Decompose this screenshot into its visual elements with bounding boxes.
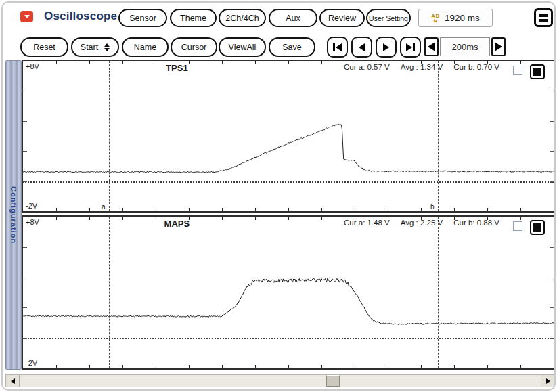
time-tick: [255, 208, 256, 211]
cursor-b-label: b: [430, 203, 435, 211]
skip-to-start-button[interactable]: [327, 37, 348, 58]
cursor-a-line[interactable]: [109, 61, 110, 211]
user-setting-button[interactable]: User Setting: [366, 9, 411, 27]
waveform-tps1: [23, 61, 554, 211]
right-triangle-icon: [383, 43, 389, 51]
time-tick: [56, 61, 57, 64]
save-button[interactable]: Save: [269, 37, 315, 57]
voltage-tick: [23, 278, 27, 278]
configuration-panel-handle[interactable]: Configuration: [5, 60, 22, 370]
sensor-button[interactable]: Sensor: [118, 9, 167, 27]
channel-mode-button[interactable]: 2Ch/4Ch: [219, 9, 266, 27]
time-tick: [355, 217, 355, 220]
oscilloscope-app: Oscilloscope Sensor Theme 2Ch/4Ch Aux Re…: [0, 0, 557, 392]
ab-time-display: AB ⇆ 1920 ms: [418, 9, 493, 27]
time-tick: [388, 208, 388, 211]
time-tick: [156, 208, 156, 211]
theme-button[interactable]: Theme: [170, 9, 217, 27]
voltage-tick: [550, 307, 554, 308]
time-tick: [288, 217, 289, 220]
time-tick: [520, 365, 521, 368]
time-tick: [89, 365, 90, 368]
review-button[interactable]: Review: [319, 9, 365, 27]
time-tick: [56, 365, 57, 368]
cursor-button[interactable]: Cursor: [171, 37, 217, 57]
step-back-button[interactable]: [351, 37, 372, 58]
ab-cursor-icon: AB ⇆: [431, 14, 440, 23]
top-voltage-label: +8V: [26, 218, 39, 226]
time-tick: [222, 217, 223, 220]
time-tick: [122, 217, 123, 220]
channel-plot-tps1: +8V -2V TPS1 Cur a: 0.57 V Avg : 1.34 V …: [22, 60, 555, 213]
time-tick: [487, 208, 488, 211]
cursor-b-line[interactable]: [438, 217, 439, 368]
voltage-tick: [23, 91, 27, 91]
timebase-decrease-button[interactable]: [424, 37, 439, 56]
cursor-b-reading: Cur b: 0.70 V: [453, 63, 499, 71]
voltage-tick: [550, 121, 554, 122]
aux-button[interactable]: Aux: [269, 9, 317, 27]
cursor-a-label: a: [102, 203, 106, 211]
avg-reading: Avg : 1.34 V: [401, 63, 443, 71]
left-triangle-icon: [359, 43, 365, 51]
time-tick: [89, 208, 90, 211]
channel-visibility-checkbox[interactable]: [513, 66, 522, 75]
menu-bar-icon: [539, 14, 548, 17]
timebase-field[interactable]: 200ms: [440, 37, 490, 56]
viewall-button[interactable]: ViewAll: [219, 37, 266, 57]
time-tick: [421, 365, 422, 368]
scroll-left-button[interactable]: [6, 375, 20, 387]
channel-plot-maps: +8V -2V MAPS Cur a: 1.48 V Avg : 2.25 V …: [22, 215, 555, 370]
time-tick: [288, 208, 289, 211]
time-tick: [487, 61, 488, 64]
channel-visibility-checkbox[interactable]: [513, 221, 522, 231]
scroll-right-button[interactable]: [541, 375, 554, 387]
horizontal-scrollbar[interactable]: [5, 374, 555, 387]
skip-to-end-button[interactable]: [400, 37, 421, 58]
right-triangle-icon: [406, 43, 412, 51]
bottom-voltage-label: -2V: [26, 359, 37, 367]
left-triangle-icon: [11, 378, 15, 384]
app-menu-icon[interactable]: [20, 11, 33, 22]
time-tick: [122, 61, 123, 64]
ab-time-value: 1920 ms: [445, 13, 480, 23]
voltage-tick: [550, 181, 554, 182]
time-tick: [321, 61, 322, 64]
bottom-voltage-label: -2V: [26, 202, 37, 210]
time-tick: [520, 208, 521, 211]
cursor-b-line[interactable]: [438, 61, 439, 211]
time-tick: [421, 208, 422, 211]
voltage-tick: [23, 121, 27, 122]
step-forward-button[interactable]: [376, 37, 397, 58]
time-tick: [89, 61, 90, 64]
time-tick: [56, 217, 57, 220]
time-tick: [355, 208, 355, 211]
time-tick: [288, 61, 289, 64]
scrollbar-thumb[interactable]: [326, 375, 340, 387]
configuration-label: Configuration: [9, 186, 18, 244]
cursor-a-line[interactable]: [109, 217, 110, 368]
timebase-increase-button[interactable]: [491, 37, 506, 56]
time-tick: [421, 61, 422, 64]
voltage-tick: [23, 307, 27, 308]
time-tick: [122, 365, 123, 368]
start-button[interactable]: Start: [71, 37, 119, 57]
cursor-a-reading: Cur a: 1.48 V: [344, 219, 390, 227]
time-tick: [355, 61, 355, 64]
waveform-maps: [23, 217, 554, 368]
time-tick: [388, 217, 388, 220]
name-button[interactable]: Name: [122, 37, 169, 57]
voltage-tick: [550, 247, 554, 248]
time-tick: [454, 217, 455, 220]
time-tick: [321, 217, 322, 220]
channel-style-button[interactable]: [530, 220, 545, 235]
time-tick: [222, 208, 223, 211]
time-tick: [355, 365, 355, 368]
channel-style-button[interactable]: [530, 64, 545, 79]
display-mode-button[interactable]: [534, 8, 553, 27]
time-tick: [421, 217, 422, 220]
time-tick: [56, 208, 57, 211]
reset-button[interactable]: Reset: [20, 37, 68, 57]
title-divider: [39, 8, 39, 26]
time-tick: [89, 217, 90, 220]
